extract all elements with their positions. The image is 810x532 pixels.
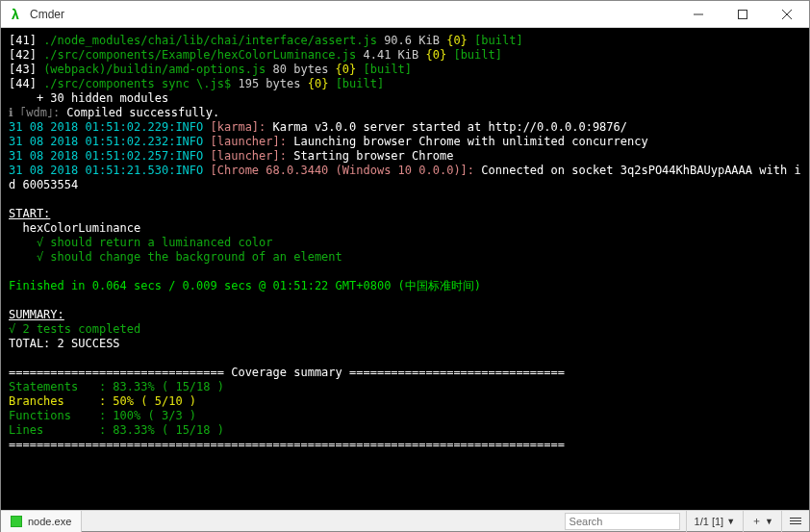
chevron-down-icon: ▼ [726, 517, 735, 526]
close-button[interactable] [765, 1, 809, 28]
add-console-button[interactable]: ＋ ▼ [743, 511, 781, 532]
app-icon: λ [7, 6, 24, 23]
maximize-button[interactable] [721, 1, 765, 28]
chevron-down-icon: ▼ [765, 517, 773, 526]
window-title: Cmder [30, 8, 676, 21]
terminal-output[interactable]: [41] ./node_modules/chai/lib/chai/interf… [1, 28, 809, 510]
minimize-button[interactable] [676, 1, 721, 28]
console-tab[interactable]: node.exe [1, 511, 82, 532]
plus-icon: ＋ [751, 514, 762, 528]
window-controls [676, 1, 809, 28]
titlebar: λ Cmder [1, 1, 809, 28]
console-count[interactable]: 1/1 [1] ▼ [686, 511, 744, 532]
hamburger-icon [790, 518, 801, 524]
tab-label: node.exe [28, 516, 71, 527]
search-input[interactable] [565, 513, 680, 530]
statusbar: node.exe 1/1 [1] ▼ ＋ ▼ [1, 510, 809, 531]
svg-rect-1 [739, 10, 747, 18]
cmder-window: λ Cmder [41] ./node_modules/chai/lib/cha… [0, 0, 810, 532]
console-icon [11, 516, 22, 527]
menu-button[interactable] [781, 511, 809, 532]
